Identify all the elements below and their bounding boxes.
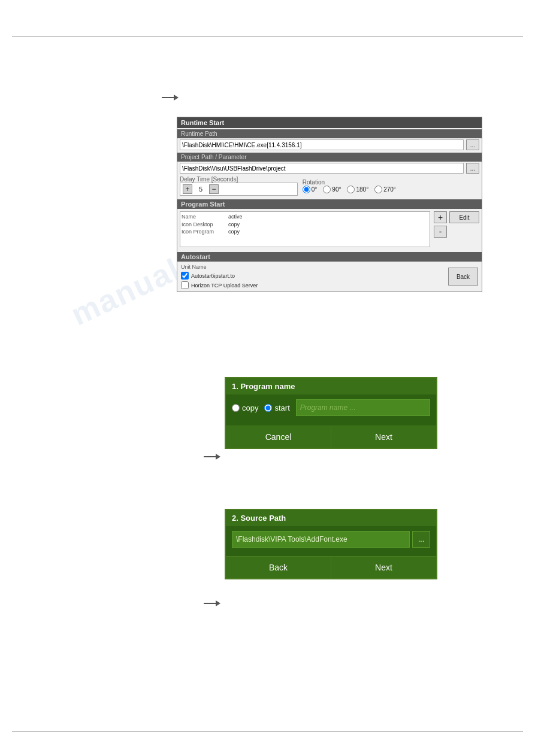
program-start-buttons: + Edit - <box>434 211 479 247</box>
project-path-dots-btn[interactable]: ... <box>466 163 479 174</box>
source-path-footer: Back Next <box>226 556 436 578</box>
program-start-edit-btn[interactable]: Edit <box>449 211 479 223</box>
program-name-dialog-body: copy start <box>226 394 436 426</box>
arrow-icon-2 <box>204 452 220 463</box>
start-radio-label: start <box>274 403 289 412</box>
runtime-path-dots-btn[interactable]: ... <box>466 139 479 150</box>
autostart-content: Unit Name Autostart\ipstart.to Horizon T… <box>177 262 482 292</box>
rotation-0-option[interactable]: 0° <box>303 186 318 193</box>
runtime-path-section: Runtime Path <box>177 129 482 138</box>
program-start-content: Name active Icon Desktop copy Icon Progr… <box>177 209 482 250</box>
arrow-icon-3 <box>204 599 220 610</box>
autostart-left: Unit Name Autostart\ipstart.to Horizon T… <box>181 264 258 289</box>
rotation-180-option[interactable]: 180° <box>347 186 368 193</box>
bottom-rule <box>12 731 523 732</box>
unit-name-label: Unit Name <box>181 264 258 270</box>
program-name-dialog-title: 1. Program name <box>226 378 436 394</box>
delay-value: 5 <box>196 186 205 193</box>
runtime-back-btn[interactable]: Back <box>448 268 478 286</box>
horizon-checkbox-label: Horizon TCP Upload Server <box>191 283 258 289</box>
program-name-dialog-footer: Cancel Next <box>226 426 436 448</box>
runtime-panel-title: Runtime Start <box>177 117 482 128</box>
source-path-input-row: ... <box>232 531 430 548</box>
delay-plus-btn[interactable]: + <box>183 184 192 194</box>
ps-list-row-2: Icon Desktop copy <box>182 221 428 229</box>
source-path-back-btn[interactable]: Back <box>226 557 331 578</box>
horizon-checkbox-row: Horizon TCP Upload Server <box>181 281 258 289</box>
program-start-remove-btn[interactable]: - <box>434 226 447 238</box>
delay-time-box: + 5 − <box>180 183 298 196</box>
start-radio-option[interactable]: start <box>264 403 289 412</box>
program-name-next-btn[interactable]: Next <box>331 426 436 448</box>
program-name-input[interactable] <box>296 399 430 416</box>
source-path-body: ... <box>226 526 436 556</box>
copy-radio-option[interactable]: copy <box>232 403 258 412</box>
program-name-cancel-btn[interactable]: Cancel <box>226 426 331 448</box>
rotation-90-option[interactable]: 90° <box>323 186 341 193</box>
source-path-title: 2. Source Path <box>226 510 436 526</box>
project-path-section: Project Path / Parameter <box>177 153 482 162</box>
rotation-label: Rotation <box>303 179 479 186</box>
copy-radio-label: copy <box>242 403 258 412</box>
source-path-input[interactable] <box>232 531 410 548</box>
autostart-section-label: Autostart <box>177 252 482 262</box>
copy-radio-input[interactable] <box>232 404 240 412</box>
ps-list-row-3: Icon Program copy <box>182 228 428 236</box>
runtime-path-row: ... <box>177 138 482 151</box>
runtime-start-panel: Runtime Start Runtime Path ... Project P… <box>177 117 482 292</box>
source-path-dots-btn[interactable]: ... <box>412 531 430 548</box>
ps-list-row-1: Name active <box>182 213 428 221</box>
program-name-options-row: copy start <box>232 399 430 416</box>
arrow-icon-1 <box>162 93 179 104</box>
delay-time-label: Delay Time [Seconds] <box>180 176 298 183</box>
delay-minus-btn[interactable]: − <box>209 184 219 194</box>
program-start-section: Program Start <box>177 199 482 209</box>
project-path-input[interactable] <box>180 163 464 174</box>
rotation-radio-group: 0° 90° 180° 270° <box>303 186 479 193</box>
program-name-dialog: 1. Program name copy start Cancel Next <box>225 377 437 449</box>
source-path-next-btn[interactable]: Next <box>331 557 436 578</box>
autostart-checkbox[interactable] <box>181 272 189 280</box>
runtime-path-input[interactable] <box>180 139 464 150</box>
rotation-270-option[interactable]: 270° <box>374 186 396 193</box>
top-rule <box>12 36 523 37</box>
autostart-checkbox-label: Autostart\ipstart.to <box>191 273 235 279</box>
start-radio-input[interactable] <box>264 404 272 412</box>
autostart-checkbox-row: Autostart\ipstart.to <box>181 272 258 280</box>
program-start-add-btn[interactable]: + <box>434 211 447 223</box>
program-start-list: Name active Icon Desktop copy Icon Progr… <box>180 211 430 247</box>
project-path-row: ... <box>177 162 482 175</box>
horizon-checkbox[interactable] <box>181 281 189 289</box>
source-path-dialog: 2. Source Path ... Back Next <box>225 509 437 579</box>
delay-rotation-row: Delay Time [Seconds] + 5 − Rotation 0° 9… <box>177 175 482 197</box>
